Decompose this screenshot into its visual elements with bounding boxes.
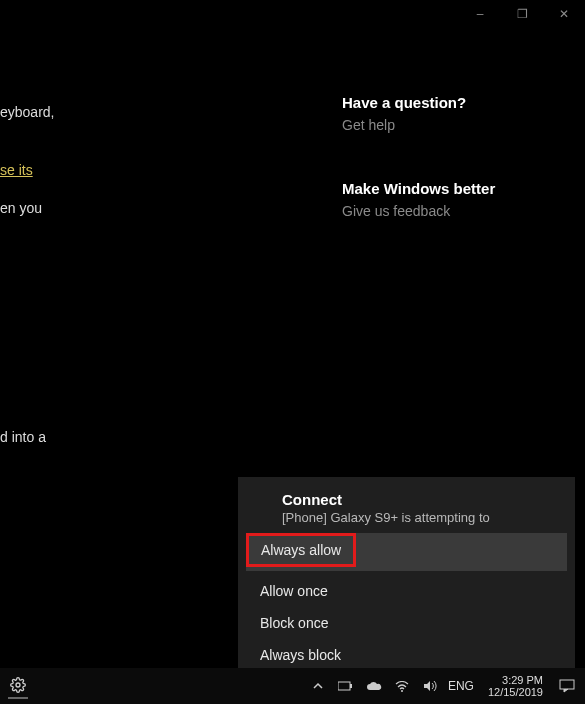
give-feedback-link[interactable]: Give us feedback	[342, 203, 495, 219]
toast-option-block-once[interactable]: Block once	[246, 607, 567, 639]
svg-point-3	[401, 690, 403, 692]
minimize-button[interactable]: –	[459, 0, 501, 28]
get-help-link[interactable]: Get help	[342, 117, 466, 133]
svg-rect-2	[350, 684, 352, 688]
have-a-question-heading: Have a question?	[342, 94, 466, 111]
toast-option-allow-once[interactable]: Allow once	[246, 575, 567, 607]
toast-option-always-block[interactable]: Always block	[246, 639, 567, 671]
taskbar-date: 12/15/2019	[488, 686, 543, 698]
tray-chevron-up-icon[interactable]	[308, 676, 328, 696]
setting-text-fragment: eyboard,	[0, 104, 54, 120]
toast-subtitle: [Phone] Galaxy S9+ is attempting to	[282, 510, 555, 525]
maximize-button[interactable]: ❐	[501, 0, 543, 28]
settings-taskbar-icon[interactable]	[8, 679, 28, 699]
setting-text-fragment: en you	[0, 200, 42, 216]
toast-option-always-allow[interactable]: Always allow	[246, 533, 356, 567]
toast-title: Connect	[282, 491, 555, 508]
close-button[interactable]: ✕	[543, 0, 585, 28]
action-center-icon[interactable]	[557, 676, 577, 696]
taskbar-time: 3:29 PM	[488, 674, 543, 686]
taskbar-clock[interactable]: 3:29 PM 12/15/2019	[482, 674, 549, 698]
setting-link-fragment[interactable]: se its	[0, 162, 33, 178]
svg-rect-4	[560, 680, 574, 689]
volume-icon[interactable]	[420, 676, 440, 696]
language-indicator[interactable]: ENG	[448, 679, 474, 693]
battery-icon[interactable]	[336, 676, 356, 696]
toast-option-highlighted-row: Always allow	[246, 533, 567, 571]
connect-notification: Connect [Phone] Galaxy S9+ is attempting…	[238, 477, 575, 679]
taskbar: ENG 3:29 PM 12/15/2019	[0, 668, 585, 704]
wifi-icon[interactable]	[392, 676, 412, 696]
svg-rect-1	[338, 682, 350, 690]
onedrive-icon[interactable]	[364, 676, 384, 696]
setting-text-fragment: d into a	[0, 429, 46, 445]
make-windows-better-heading: Make Windows better	[342, 180, 495, 197]
svg-point-0	[16, 683, 20, 687]
